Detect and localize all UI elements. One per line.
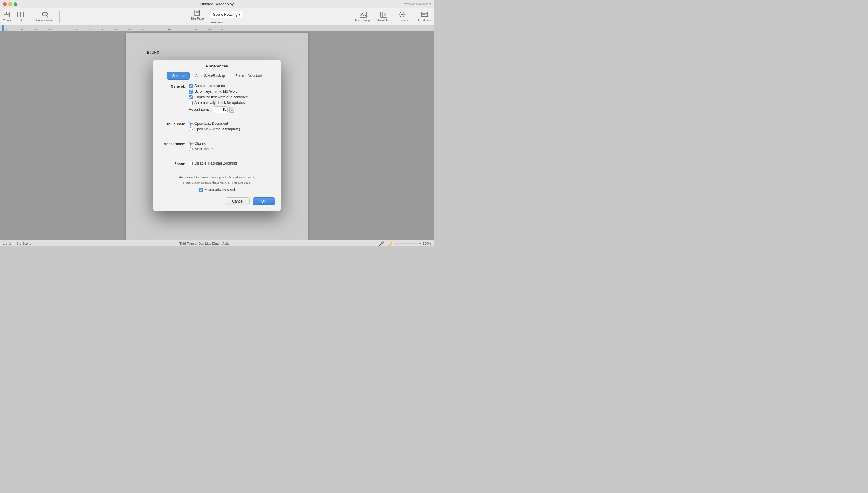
- zoom-label: Zoom:: [159, 161, 189, 166]
- toolbar-divider-3: [413, 11, 413, 23]
- toolbar-divider-2: [59, 11, 60, 23]
- open-last-label: Open Last Document: [195, 122, 228, 126]
- toolbar-feedback[interactable]: Feedback: [418, 11, 431, 22]
- ruler-inner: | 5 10 15 20 25 30 35 40 45 50 55 60 65 …: [0, 25, 224, 30]
- svg-rect-22: [421, 12, 428, 17]
- on-launch-content: Open Last Document Open New (default tem…: [189, 122, 275, 133]
- svg-rect-4: [21, 12, 23, 17]
- status-bar: 1 of 1 No Scene [Tab] Time of Day List, …: [0, 240, 434, 246]
- minimize-button[interactable]: [8, 2, 12, 6]
- toolbar-show-hide[interactable]: Show/Hide: [376, 11, 391, 22]
- auto-send-label: Automatically send: [205, 188, 235, 192]
- zoom-slider[interactable]: [399, 243, 417, 244]
- auto-check-label: Automatically check for updates: [195, 101, 245, 105]
- speech-commands-checkbox[interactable]: [189, 84, 193, 88]
- auto-check-row: Automatically check for updates: [189, 101, 275, 105]
- scene-heading-chevron: ▾: [239, 13, 240, 16]
- auto-send-checkbox[interactable]: [199, 188, 203, 192]
- stepper-down[interactable]: ▼: [229, 110, 234, 112]
- disable-trackpad-label: Disable Trackpad Zooming: [195, 161, 237, 166]
- recent-items-label: Recent items:: [189, 108, 210, 112]
- scroll-keys-checkbox[interactable]: [189, 90, 193, 93]
- on-launch-section: On Launch: Open Last Document Open New (…: [159, 122, 275, 137]
- zoom-plus[interactable]: ＋: [418, 241, 422, 245]
- tab-format-assistant[interactable]: Format Assistant: [230, 72, 267, 80]
- show-hide-icon: [380, 11, 387, 18]
- tab-general[interactable]: General: [167, 72, 190, 80]
- open-new-label: Open New (default template): [195, 127, 240, 131]
- capitalize-checkbox[interactable]: [189, 95, 193, 99]
- scene-info: No Scene: [17, 242, 31, 245]
- zoom-control: － ＋ 100%: [395, 241, 431, 245]
- content-area: DLJKE Preferences General Auto-Save/Back…: [0, 31, 434, 240]
- feedback-label: Feedback: [418, 19, 431, 22]
- svg-point-17: [401, 14, 403, 15]
- classic-radio[interactable]: [189, 142, 193, 146]
- classic-row: Classic: [189, 142, 275, 146]
- window-title: Untitled Screenplay: [200, 2, 234, 6]
- night-mode-label: Night Mode: [195, 147, 213, 151]
- preferences-dialog: Preferences General Auto-Save/Backup For…: [153, 60, 281, 211]
- views-label: Views: [3, 19, 11, 22]
- toolbar-navigator[interactable]: Navigator: [395, 11, 408, 22]
- toolbar-insert-image[interactable]: Insert Image: [355, 11, 372, 22]
- auto-send-row: Automatically send: [199, 188, 235, 192]
- scene-heading-button[interactable]: Scene Heading ▾: [210, 11, 243, 18]
- toolbar: Views Split Collaboration: [0, 8, 434, 25]
- zoom-section: Zoom: Disable Trackpad Zooming: [159, 161, 275, 171]
- night-mode-radio[interactable]: [189, 147, 193, 151]
- title-page-label: Title Page: [191, 17, 204, 20]
- toolbar-right: Insert Image Show/Hide: [355, 11, 431, 23]
- maximize-button[interactable]: [14, 2, 17, 6]
- toolbar-title-page[interactable]: Title Page: [191, 9, 204, 20]
- title-bar: Untitled Screenplay www.MacDown.com: [0, 0, 434, 8]
- toolbar-views[interactable]: Views: [3, 11, 11, 22]
- cancel-button[interactable]: Cancel: [226, 197, 249, 205]
- capitalize-row: Capitalize first word of a sentence: [189, 95, 275, 99]
- mic-icon[interactable]: 🎤: [379, 241, 384, 246]
- zoom-minus[interactable]: －: [395, 241, 398, 245]
- collaboration-label: Collaboration: [36, 19, 54, 22]
- page-info: 1 of 1: [3, 242, 11, 245]
- stepper-up[interactable]: ▲: [229, 107, 234, 110]
- moon-icon[interactable]: 🌙: [387, 241, 392, 246]
- capitalize-label: Capitalize first word of a sentence: [195, 95, 248, 99]
- appearance-section: Appearance: Classic Night Mode: [159, 142, 275, 157]
- scroll-keys-row: Scroll keys mimic MS Word: [189, 89, 275, 93]
- svg-point-15: [384, 14, 386, 16]
- open-new-radio[interactable]: [189, 127, 193, 131]
- toolbar-collaboration[interactable]: Collaboration: [36, 11, 54, 22]
- disable-trackpad-row: Disable Trackpad Zooming: [189, 161, 275, 166]
- ruler: | 5 10 15 20 25 30 35 40 45 50 55 60 65 …: [0, 25, 434, 31]
- recent-items-stepper: ▲ ▼: [229, 107, 234, 112]
- ok-button[interactable]: OK: [253, 197, 275, 205]
- classic-label: Classic: [195, 142, 206, 146]
- svg-rect-0: [4, 12, 6, 14]
- split-label: Split: [18, 19, 23, 22]
- collaboration-icon: [41, 11, 48, 18]
- tab-auto-save[interactable]: Auto-Save/Backup: [190, 72, 230, 80]
- preferences-tabs: General Auto-Save/Backup Format Assistan…: [153, 72, 281, 80]
- svg-point-6: [45, 13, 48, 15]
- toolbar-split[interactable]: Split: [17, 11, 24, 22]
- svg-point-5: [42, 13, 45, 15]
- open-new-row: Open New (default template): [189, 127, 275, 131]
- disable-trackpad-checkbox[interactable]: [189, 162, 193, 166]
- general-section: General: Speech commands Scroll keys mim…: [159, 84, 275, 117]
- auto-check-checkbox[interactable]: [189, 101, 193, 105]
- preferences-body: General: Speech commands Scroll keys mim…: [153, 84, 281, 193]
- general-section-label: General:: [159, 84, 189, 88]
- navigator-icon: [398, 11, 405, 18]
- recent-items-input[interactable]: [213, 106, 228, 113]
- dialog-buttons: Cancel OK: [153, 195, 281, 205]
- close-button[interactable]: [3, 2, 6, 6]
- elements-label: Elements: [211, 21, 223, 24]
- svg-rect-11: [360, 12, 366, 17]
- views-icon: [3, 11, 10, 18]
- watermark: www.MacDown.com: [404, 2, 431, 6]
- open-last-radio[interactable]: [189, 122, 193, 126]
- appearance-label: Appearance:: [159, 142, 189, 146]
- navigator-label: Navigator: [395, 19, 408, 22]
- general-section-content: Speech commands Scroll keys mimic MS Wor…: [189, 84, 275, 113]
- open-last-row: Open Last Document: [189, 122, 275, 126]
